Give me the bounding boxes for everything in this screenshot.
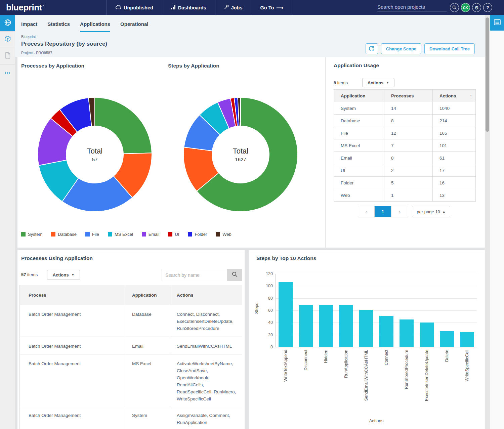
- tab-applications[interactable]: Applications: [80, 21, 110, 32]
- sidebar-item-globe[interactable]: [0, 15, 15, 32]
- legend-swatch: [188, 232, 192, 237]
- globe-icon: [4, 19, 11, 28]
- x-axis-tick-label: RunApplication: [344, 350, 348, 378]
- bar-runapplication: [339, 305, 353, 347]
- refresh-icon: [369, 46, 374, 52]
- search-icon[interactable]: [450, 3, 459, 12]
- table-cell: Database: [334, 115, 384, 127]
- refresh-button[interactable]: [366, 43, 378, 54]
- steps-by-top-actions-panel: Steps by Top 10 Actions Steps Actions 02…: [249, 250, 485, 429]
- pagination-page-1[interactable]: 1: [375, 206, 391, 217]
- search-projects-input[interactable]: [377, 3, 447, 11]
- gridline: [276, 286, 477, 286]
- bar-connect: [379, 316, 393, 347]
- user-avatar[interactable]: CK: [461, 3, 470, 12]
- y-axis-label: Steps: [254, 293, 259, 324]
- search-button[interactable]: [227, 269, 242, 281]
- tab-statistics[interactable]: Statistics: [47, 21, 70, 32]
- y-axis-tick: 80: [261, 296, 273, 301]
- file-icon: [5, 52, 11, 60]
- legend-swatch: [142, 232, 146, 237]
- legend-swatch: [108, 232, 112, 237]
- table-cell: AssignVariable, Comment, RunApplication: [170, 406, 242, 429]
- legend-item-folder[interactable]: Folder: [188, 232, 207, 237]
- donut-segment-system[interactable]: [95, 97, 152, 154]
- table-cell: 16: [433, 177, 476, 189]
- y-axis-tick: 120: [261, 271, 273, 276]
- breadcrumb: Blueprint: [21, 35, 36, 39]
- legend-swatch: [85, 232, 90, 237]
- per-page-dropdown[interactable]: per page 10 ▲: [412, 206, 450, 217]
- nav-item-go-to[interactable]: Go To ⟶: [251, 0, 292, 15]
- table-cell: Connect, Disconnect, ExecuteInsertDelete…: [170, 305, 242, 337]
- pagination-next-button[interactable]: ›: [391, 206, 408, 217]
- column-header-actions[interactable]: Actions: [170, 285, 242, 305]
- table-cell: 14: [384, 102, 433, 115]
- sidebar-item-artifacts[interactable]: [0, 32, 15, 48]
- table-cell: System: [125, 406, 170, 429]
- legend-item-file[interactable]: File: [85, 232, 99, 237]
- blueprint-logo: blueprint: [6, 2, 44, 13]
- processes-using-application-title: Processes Using Application: [21, 255, 93, 261]
- tools-icon: [224, 5, 229, 10]
- donut-chart-processes: Total 57: [38, 97, 152, 212]
- donut-chart-steps: Total 1627: [183, 97, 298, 212]
- actions-dropdown-button[interactable]: Actions ▼: [47, 270, 80, 280]
- nav-item-unpublished[interactable]: Unpublished: [106, 0, 162, 15]
- table-row: UI217: [334, 164, 476, 177]
- legend-item-web[interactable]: Web: [216, 232, 232, 237]
- legend-item-system[interactable]: System: [21, 232, 42, 237]
- tab-operational[interactable]: Operational: [120, 21, 148, 32]
- column-header-application[interactable]: Application: [334, 90, 384, 102]
- column-header-processes[interactable]: Processes: [384, 90, 433, 102]
- table-cell: SendEmailWithCCAsHTML: [170, 337, 242, 354]
- legend-item-ms-excel[interactable]: MS Excel: [108, 232, 133, 237]
- actions-dropdown-button[interactable]: Actions ▼: [362, 78, 394, 87]
- top-navigation-bar: blueprint Unpublished Dashboards Jobs Go…: [0, 0, 504, 15]
- pagination-prev-button[interactable]: ‹: [358, 206, 375, 217]
- search-icon: [232, 271, 238, 278]
- table-row: Batch Order ManagementMS ExcelActivateWo…: [20, 354, 242, 406]
- legend-item-database[interactable]: Database: [51, 232, 77, 237]
- tab-impact[interactable]: Impact: [21, 21, 37, 32]
- nav-menu: Unpublished Dashboards Jobs Go To ⟶: [106, 0, 292, 15]
- legend-item-ui[interactable]: UI: [168, 232, 179, 237]
- table-cell: 1: [384, 189, 433, 202]
- bar-chart-icon: [171, 5, 176, 10]
- table-cell: 8: [384, 152, 433, 164]
- y-axis-tick: 0: [261, 345, 273, 349]
- table-cell: Batch Order Management: [20, 406, 125, 429]
- table-cell: 12: [384, 127, 433, 139]
- x-axis-tick-label: WriteTextAppend: [283, 350, 288, 382]
- legend-item-email[interactable]: Email: [142, 232, 160, 237]
- table-cell: Email: [334, 152, 384, 164]
- download-call-tree-button[interactable]: Download Call Tree: [424, 43, 475, 54]
- column-header-actions[interactable]: Actions↑: [433, 90, 476, 102]
- table-cell: Batch Order Management: [20, 305, 125, 337]
- table-row: Batch Order ManagementEmailSendEmailWith…: [20, 337, 242, 354]
- help-icon[interactable]: ?: [483, 3, 492, 12]
- processes-using-application-panel: Processes Using Application 57 items Act…: [17, 250, 245, 429]
- arrow-right-icon: ⟶: [276, 5, 283, 10]
- table-cell: Web: [334, 189, 384, 202]
- sidebar-item-more[interactable]: •••: [0, 65, 15, 81]
- sidebar-item-documents[interactable]: [0, 48, 15, 65]
- change-scope-button[interactable]: Change Scope: [381, 43, 421, 54]
- settings-gear-icon[interactable]: ⚙: [472, 3, 481, 12]
- panel-toggle-button[interactable]: [490, 15, 504, 31]
- column-header-process[interactable]: Process: [20, 285, 125, 305]
- table-row: Database8214: [334, 115, 476, 127]
- bar-executeinsertdeleteupdate: [420, 323, 434, 347]
- nav-item-dashboards[interactable]: Dashboards: [162, 0, 215, 15]
- bar-writetextappend: [279, 282, 293, 347]
- nav-item-jobs[interactable]: Jobs: [215, 0, 251, 15]
- left-sidebar: •••: [0, 15, 15, 429]
- page-subtitle: Project - PRO9587: [21, 51, 52, 55]
- gridline: [276, 298, 477, 299]
- column-header-application[interactable]: Application: [125, 285, 170, 305]
- table-row: System141040: [334, 102, 476, 115]
- scrollbar-thumb[interactable]: [486, 17, 489, 132]
- search-by-name-input[interactable]: [162, 269, 227, 281]
- chevron-down-icon: ▼: [71, 273, 74, 276]
- table-cell: 5: [384, 177, 433, 189]
